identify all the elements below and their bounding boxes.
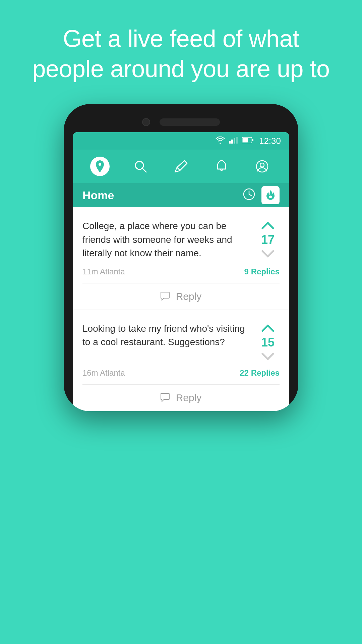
phone-body: 12:30 — [64, 104, 298, 411]
sub-header-title: Home — [82, 189, 114, 202]
post-meta: 16m Atlanta 22 Replies — [73, 368, 289, 384]
svg-point-17 — [269, 196, 272, 198]
phone-mockup: 12:30 — [0, 104, 362, 411]
camera — [142, 118, 150, 126]
wifi-icon — [216, 137, 225, 145]
svg-rect-3 — [236, 137, 238, 144]
downvote-button[interactable] — [260, 250, 275, 259]
svg-line-8 — [142, 168, 146, 172]
post-time-location: 16m Atlanta — [82, 368, 125, 378]
post-content: College, a place where you can be friend… — [73, 207, 289, 267]
reply-button[interactable]: Reply — [73, 385, 289, 411]
reply-icon — [161, 393, 171, 403]
svg-rect-2 — [234, 138, 235, 144]
nav-item-profile[interactable] — [252, 156, 272, 176]
svg-rect-6 — [252, 139, 253, 141]
post-card: College, a place where you can be friend… — [73, 207, 289, 310]
sub-header: Home — [73, 183, 289, 207]
post-card: Looking to take my friend who's visiting… — [73, 310, 289, 411]
speaker — [160, 118, 220, 126]
vote-count: 17 — [261, 233, 275, 247]
status-bar: 12:30 — [73, 132, 289, 150]
nav-item-notifications[interactable] — [212, 156, 232, 176]
post-text-area: Looking to take my friend who's visiting… — [82, 322, 249, 362]
vote-count: 15 — [261, 335, 275, 350]
post-text: Looking to take my friend who's visiting… — [82, 322, 249, 349]
battery-icon — [242, 137, 254, 145]
nav-bar[interactable] — [73, 150, 289, 183]
post-text-area: College, a place where you can be friend… — [82, 219, 249, 260]
post-meta: 11m Atlanta 9 Replies — [73, 267, 289, 283]
svg-line-16 — [249, 194, 252, 196]
status-time: 12:30 — [259, 136, 281, 146]
nav-item-search[interactable] — [130, 156, 150, 176]
upvote-button[interactable] — [260, 221, 275, 230]
upvote-button[interactable] — [260, 323, 275, 333]
svg-rect-1 — [231, 140, 233, 144]
reply-icon — [161, 291, 171, 302]
nav-item-location[interactable] — [90, 156, 110, 176]
signal-icon — [229, 137, 238, 145]
reply-label[interactable]: Reply — [176, 392, 202, 404]
post-replies[interactable]: 9 Replies — [244, 267, 280, 276]
status-icons: 12:30 — [216, 136, 281, 146]
phone-screen: 12:30 — [73, 132, 289, 411]
svg-rect-0 — [229, 141, 231, 144]
hero-section: Get a live feed of what people around yo… — [0, 0, 362, 104]
post-content: Looking to take my friend who's visiting… — [73, 310, 289, 368]
vote-area: 15 — [256, 322, 280, 362]
hero-tagline: Get a live feed of what people around yo… — [27, 23, 335, 84]
nav-item-compose[interactable] — [171, 156, 191, 176]
svg-point-13 — [260, 163, 264, 167]
vote-area: 17 — [256, 219, 280, 260]
sub-header-actions — [243, 186, 280, 204]
phone-top-bar — [73, 114, 289, 132]
reply-label[interactable]: Reply — [176, 291, 202, 302]
clock-button[interactable] — [243, 188, 255, 203]
trending-button[interactable] — [261, 186, 280, 204]
feed: College, a place where you can be friend… — [73, 207, 289, 411]
reply-button[interactable]: Reply — [73, 283, 289, 310]
svg-line-9 — [177, 167, 180, 170]
svg-rect-5 — [242, 138, 248, 143]
post-text: College, a place where you can be friend… — [82, 219, 249, 260]
post-replies[interactable]: 22 Replies — [240, 368, 280, 378]
post-time-location: 11m Atlanta — [82, 267, 125, 276]
downvote-button[interactable] — [260, 352, 275, 362]
